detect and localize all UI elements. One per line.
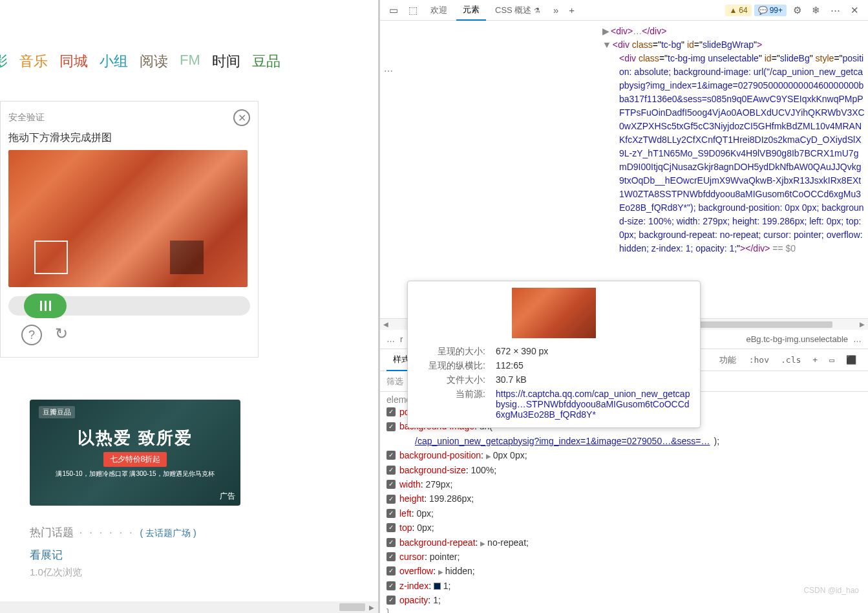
captcha-title: 安全验证: [8, 112, 45, 124]
css-property[interactable]: ✓width: 279px;: [386, 477, 862, 491]
inspect-icon[interactable]: ▭: [385, 2, 402, 19]
site-nav: 影音乐同城小组阅读FM时间豆品: [0, 0, 378, 71]
menu-icon[interactable]: ⋯: [827, 2, 844, 19]
help-icon[interactable]: ?: [21, 325, 42, 345]
checkbox-icon[interactable]: ✓: [386, 523, 396, 532]
breadcrumb-more-icon[interactable]: …: [853, 334, 862, 344]
nav-item[interactable]: FM: [180, 52, 200, 71]
css-property[interactable]: ✓z-index: 1;: [386, 579, 862, 593]
color-swatch-icon[interactable]: [434, 583, 441, 590]
expand-arrow-icon[interactable]: ▶: [480, 540, 487, 547]
tooltip-row: 呈现的大小:672 × 390 px: [414, 345, 693, 359]
scrollbar-thumb[interactable]: [339, 603, 365, 611]
ad-label: 广告: [220, 491, 235, 502]
breadcrumb-ellipsis[interactable]: …: [386, 334, 395, 344]
activity-icon[interactable]: ❄: [808, 2, 824, 19]
captcha-dialog: 安全验证 ✕ 拖动下方滑块完成拼图 ? ↻: [0, 101, 259, 358]
settings-icon[interactable]: ⚙: [789, 2, 805, 19]
checkbox-icon[interactable]: ✓: [386, 566, 396, 575]
ad-subtitle: 七夕特价8折起: [103, 452, 167, 467]
checkbox-icon[interactable]: ✓: [386, 538, 396, 547]
dots-separator: · · · · · ·: [79, 526, 134, 539]
topic-square-link[interactable]: ( 去话题广场 ): [140, 528, 196, 538]
computed-icon[interactable]: ▭: [824, 352, 840, 367]
new-rule-icon[interactable]: +: [807, 352, 823, 367]
breadcrumb-item[interactable]: r: [400, 334, 403, 344]
checkbox-icon[interactable]: ✓: [386, 407, 396, 416]
nav-item[interactable]: 同城: [59, 52, 88, 71]
collapse-icon[interactable]: ▼: [602, 39, 611, 50]
horizontal-scrollbar[interactable]: ▶: [0, 601, 378, 613]
captcha-image: [8, 150, 248, 287]
checkbox-icon[interactable]: ✓: [386, 495, 396, 504]
scroll-right-icon[interactable]: ▶: [856, 321, 868, 328]
puzzle-piece-icon[interactable]: [170, 241, 204, 274]
image-preview-tooltip: 呈现的大小:672 × 390 px呈现的纵横比:112:65文件大小:30.7…: [407, 281, 701, 428]
selected-dom-node[interactable]: <div class="tc-bg-img unselectable" id="…: [408, 52, 865, 255]
css-property[interactable]: ✓overflow: ▶ hidden;: [386, 564, 862, 578]
nav-item[interactable]: 音乐: [19, 52, 48, 71]
css-property[interactable]: ✓opacity: 1;: [386, 593, 862, 607]
page-content: 影音乐同城小组阅读FM时间豆品 安全验证 ✕ 拖动下方滑块完成拼图 ? ↻ 豆瓣…: [0, 0, 378, 613]
preview-thumbnail: [512, 288, 596, 338]
css-close-brace: }: [386, 607, 862, 613]
nav-item[interactable]: 小组: [100, 52, 128, 71]
topic-link[interactable]: 看展记: [30, 548, 240, 563]
checkbox-icon[interactable]: ✓: [386, 509, 396, 518]
expand-icon[interactable]: ▶: [602, 26, 609, 36]
checkbox-icon[interactable]: ✓: [386, 480, 396, 489]
tab-elements[interactable]: 元素: [456, 0, 486, 21]
nav-item[interactable]: 阅读: [140, 52, 168, 71]
css-property[interactable]: ✓height: 199.286px;: [386, 491, 862, 506]
scroll-left-icon[interactable]: ◀: [380, 321, 392, 328]
issues-badge[interactable]: 💬 99+: [754, 5, 787, 16]
more-tabs-icon[interactable]: »: [549, 2, 562, 18]
nav-item[interactable]: 豆品: [252, 52, 281, 71]
slider-handle[interactable]: [24, 294, 67, 318]
captcha-instruction: 拖动下方滑块完成拼图: [8, 131, 250, 145]
device-icon[interactable]: ⬚: [405, 2, 421, 19]
checkbox-icon[interactable]: ✓: [386, 451, 396, 460]
nav-item[interactable]: 时间: [212, 52, 240, 71]
checkbox-icon[interactable]: ✓: [386, 466, 396, 475]
checkbox-icon[interactable]: ✓: [386, 596, 396, 605]
warnings-badge[interactable]: ▲ 64: [725, 5, 751, 16]
css-property[interactable]: ✓left: 0px;: [386, 506, 862, 521]
tab-css-overview[interactable]: CSS 概述 ⚗: [489, 1, 547, 20]
add-tab-icon[interactable]: +: [565, 2, 578, 18]
expand-arrow-icon[interactable]: ▶: [438, 568, 445, 575]
tab-welcome[interactable]: 欢迎: [424, 1, 454, 20]
breadcrumb-selector[interactable]: eBg.tc-bg-img.unselectable: [746, 334, 848, 344]
nav-item[interactable]: 影: [0, 52, 8, 71]
puzzle-slot-icon: [34, 241, 68, 274]
tooltip-row: 当前源:https://t.captcha.qq.com/cap_union_n…: [414, 387, 693, 421]
elements-dom-tree[interactable]: ⋯ ▶<div>…</div> ▼<div class="tc-bg" id="…: [380, 21, 868, 318]
cls-toggle[interactable]: .cls: [776, 352, 806, 367]
ad-brand: 豆瓣豆品: [39, 406, 75, 418]
css-property[interactable]: ✓top: 0px;: [386, 521, 862, 535]
beaker-icon: ⚗: [534, 6, 540, 14]
checkbox-icon[interactable]: ✓: [386, 552, 396, 561]
close-devtools-icon[interactable]: ✕: [847, 2, 863, 19]
expand-arrow-icon[interactable]: ▶: [486, 453, 493, 460]
slider-track[interactable]: [8, 296, 250, 316]
source-url-link[interactable]: https://t.captcha.qq.com/cap_union_new_g…: [485, 389, 693, 420]
css-property[interactable]: ✓background-repeat: ▶ no-repeat;: [386, 535, 862, 550]
advertisement[interactable]: 豆瓣豆品 以热爱 致所爱 七夕特价8折起 满150-10，加赠冷感口罩 满300…: [30, 400, 240, 579]
sidebar-toggle-icon[interactable]: ⬛: [841, 352, 862, 367]
topic-views: 1.0亿次浏览: [30, 566, 240, 579]
tab-functions[interactable]: 功能: [713, 350, 743, 371]
hot-topic-heading: 热门话题: [30, 526, 74, 539]
checkbox-icon[interactable]: ✓: [386, 422, 396, 431]
close-icon[interactable]: ✕: [233, 109, 250, 126]
dom-gutter: ⋯: [380, 21, 406, 318]
hov-toggle[interactable]: :hov: [744, 352, 774, 367]
css-url-link[interactable]: /cap_union_new_getcapbysig?img_index=1&i…: [415, 434, 710, 448]
css-property[interactable]: ✓background-size: 100%;: [386, 463, 862, 477]
refresh-icon[interactable]: ↻: [55, 325, 68, 345]
tooltip-row: 呈现的纵横比:112:65: [414, 359, 693, 373]
css-property[interactable]: ✓cursor: pointer;: [386, 550, 862, 564]
checkbox-icon[interactable]: ✓: [386, 581, 396, 590]
css-property[interactable]: ✓background-position: ▶ 0px 0px;: [386, 448, 862, 462]
scroll-right-icon[interactable]: ▶: [366, 601, 377, 613]
